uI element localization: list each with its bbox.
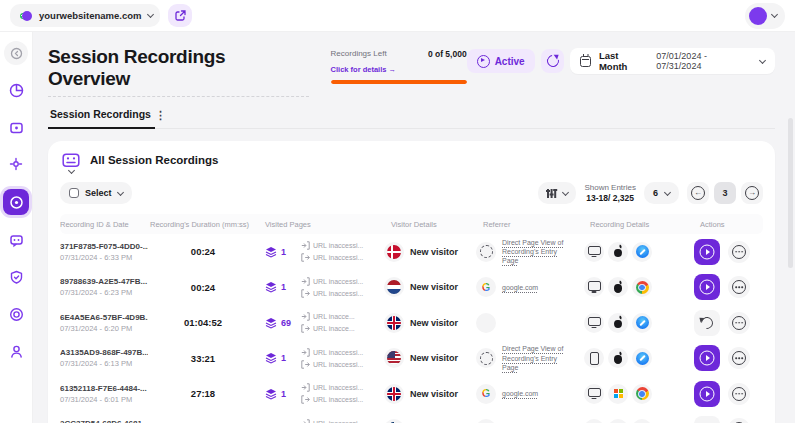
page-title: Session Recordings Overview — [48, 46, 309, 97]
device-icon — [584, 313, 604, 333]
next-page-button[interactable]: → — [741, 182, 763, 204]
row-menu-button[interactable] — [728, 418, 750, 423]
visitor-type: New visitor — [410, 318, 458, 328]
entry-page-icon — [301, 312, 310, 321]
referrer-label[interactable]: google.com — [502, 389, 538, 398]
column-settings-button[interactable] — [538, 182, 576, 204]
chevron-down-icon — [116, 188, 123, 195]
expired-recording-button[interactable] — [694, 416, 720, 423]
sidebar-item-interactions[interactable] — [4, 152, 28, 176]
entry-page-url[interactable]: URL inaccessi... — [313, 384, 363, 391]
col-actions[interactable]: Actions — [668, 220, 763, 229]
sidebar-item-dashboard[interactable] — [4, 78, 28, 102]
browser-icon — [632, 242, 652, 262]
play-recording-button[interactable] — [694, 381, 720, 407]
user-menu[interactable] — [745, 3, 785, 29]
entry-page-url[interactable]: URL inaccessi... — [313, 242, 363, 249]
recording-id[interactable]: 6E4A5EA6-57BF-4D9B... — [60, 313, 148, 322]
play-recording-button[interactable] — [694, 239, 720, 265]
recording-id[interactable]: 371F8785-F075-4DD0-... — [60, 242, 148, 251]
sidebar-item-feedback[interactable] — [4, 228, 28, 252]
shown-entries: Shown Entries 13-18/ 2,325 — [584, 183, 636, 204]
sidebar-item-privacy[interactable] — [4, 265, 28, 289]
exit-page-url[interactable]: URL inaccessi... — [313, 361, 363, 368]
entry-page-url[interactable]: URL inaccessi... — [313, 349, 363, 356]
col-recording-details[interactable]: Recording Details — [580, 220, 668, 229]
entry-page-url[interactable]: URL inaccessi... — [313, 278, 363, 285]
recording-id[interactable]: 2CC37D54-68D6-4681... — [60, 419, 148, 423]
exit-page-url[interactable]: URL inaccessi... — [313, 254, 363, 261]
recording-id[interactable]: 89788639-A2E5-47FB... — [60, 277, 148, 286]
recording-id[interactable]: A3135AD9-868F-497B... — [60, 348, 148, 357]
referrer-icon — [476, 277, 496, 297]
table-row: A3135AD9-868F-497B... 07/31/2024 - 6:13 … — [60, 341, 763, 377]
table-row: 89788639-A2E5-47FB... 07/31/2024 - 6:23 … — [60, 270, 763, 306]
entry-page-icon — [301, 277, 310, 286]
browser-icon — [632, 384, 652, 404]
play-icon — [477, 55, 490, 68]
col-visitor-details[interactable]: Visitor Details — [382, 220, 468, 229]
browser-icon — [632, 277, 652, 297]
prev-page-button[interactable]: ← — [687, 182, 709, 204]
referrer-icon — [476, 348, 496, 368]
exit-page-url[interactable]: URL inaccessi... — [313, 396, 363, 403]
exit-page-url[interactable]: URL inacce... — [313, 325, 355, 332]
exit-page-url[interactable]: URL inaccessi... — [313, 290, 363, 297]
device-icon — [584, 348, 604, 368]
visitor-flag — [384, 348, 404, 368]
website-favicon-icon — [20, 10, 32, 22]
collapse-sidebar-button[interactable] — [4, 41, 28, 65]
sidebar-item-visitors[interactable] — [4, 339, 28, 363]
visitor-flag — [384, 242, 404, 262]
active-recordings-button[interactable]: Active — [467, 49, 535, 73]
website-name: yourwebsitename.com — [39, 10, 141, 21]
visited-pages-count: 1 — [281, 353, 291, 363]
quota-count: 0 of 5,000 — [428, 49, 467, 59]
tab-session-recordings[interactable]: Session Recordings — [48, 108, 155, 129]
play-recording-button[interactable] — [694, 274, 720, 300]
open-website-button[interactable] — [168, 4, 192, 27]
tab-menu-button[interactable]: ⋮ — [155, 109, 170, 128]
vertical-scrollbar[interactable] — [788, 118, 793, 268]
sidebar — [0, 32, 33, 423]
website-selector[interactable]: yourwebsitename.com — [10, 4, 160, 27]
sidebar-item-goals[interactable] — [4, 302, 28, 326]
tap-icon — [9, 157, 24, 172]
referrer-label[interactable]: Direct Page View of Recording's Entry Pa… — [502, 238, 568, 266]
col-referrer[interactable]: Referrer — [468, 220, 580, 229]
expired-recording-button[interactable] — [694, 310, 720, 336]
select-dropdown[interactable]: Select — [60, 182, 132, 204]
page-size-dropdown[interactable]: 6 — [644, 182, 679, 204]
inbox-icon — [9, 120, 24, 135]
sidebar-item-inbox[interactable] — [4, 115, 28, 139]
active-button-label: Active — [495, 56, 525, 67]
referrer-label[interactable]: google.com — [502, 283, 538, 292]
entry-page-icon — [301, 348, 310, 357]
play-recording-button[interactable] — [694, 345, 720, 371]
col-recording-id[interactable]: Recording ID & Date — [60, 220, 148, 229]
row-menu-button[interactable] — [728, 276, 750, 298]
select-checkbox[interactable] — [69, 188, 79, 198]
col-visited-pages[interactable]: Visited Pages — [258, 220, 382, 229]
quota-details-link[interactable]: Click for details → — [331, 65, 396, 74]
entry-page-url[interactable]: URL inacce... — [313, 313, 355, 320]
refresh-button[interactable] — [541, 49, 565, 73]
row-menu-button[interactable] — [728, 312, 750, 334]
date-range-picker[interactable]: Last Month 07/01/2024 - 07/31/2024 — [570, 48, 775, 74]
chevron-down-icon — [562, 188, 569, 195]
tabs: Session Recordings ⋮ — [48, 108, 775, 129]
entry-page-icon — [301, 383, 310, 392]
exit-page-icon — [301, 253, 310, 262]
recording-id[interactable]: 61352118-F7E6-4484-... — [60, 384, 148, 393]
recording-duration: 33:21 — [148, 353, 258, 364]
col-duration[interactable]: Recording's Duration (mm:ss) — [148, 220, 258, 229]
row-menu-button[interactable] — [728, 383, 750, 405]
select-label: Select — [85, 188, 112, 198]
recording-duration: 00:24 — [148, 246, 258, 257]
row-menu-button[interactable] — [728, 241, 750, 263]
referrer-label[interactable]: Direct Page View of Recording's Entry Pa… — [502, 344, 568, 372]
row-menu-button[interactable] — [728, 347, 750, 369]
card-collapse-toggle[interactable] — [62, 153, 80, 173]
flag-icon — [387, 245, 401, 259]
sidebar-item-session-recordings[interactable] — [3, 189, 29, 215]
